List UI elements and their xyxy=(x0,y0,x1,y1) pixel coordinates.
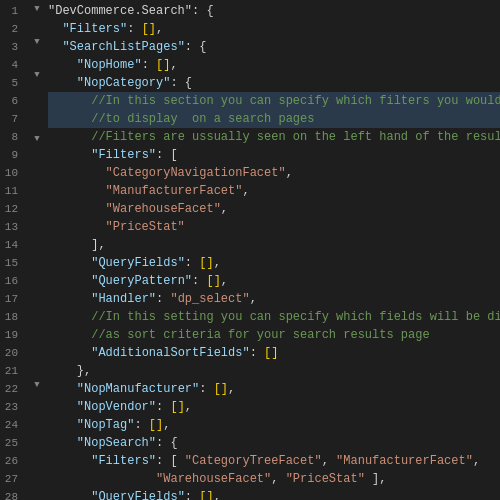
sp-token xyxy=(48,202,106,216)
sp-token xyxy=(48,184,106,198)
key-token: "QueryFields" xyxy=(91,256,185,270)
fold-icon xyxy=(30,315,44,330)
fold-icon xyxy=(30,51,44,66)
sp-token xyxy=(48,166,106,180)
sp-token xyxy=(48,490,91,500)
punct-token: "DevCommerce.Search": { xyxy=(48,4,214,18)
code-line: "SearchListPages": { xyxy=(48,38,500,56)
sp-token xyxy=(48,112,91,126)
code-line: ], xyxy=(48,236,500,254)
fold-icon xyxy=(30,239,44,254)
line-number: 28 xyxy=(0,488,24,500)
comment-token: //as sort criteria for your search resul… xyxy=(91,328,429,342)
line-number: 17 xyxy=(0,290,24,308)
punct-token: }, xyxy=(77,364,91,378)
fold-icon xyxy=(30,485,44,500)
code-editor: 1234567891011121314151617181920212223242… xyxy=(0,0,500,500)
punct-token: : { xyxy=(185,40,207,54)
line-number: 27 xyxy=(0,470,24,488)
punct-token: , xyxy=(250,292,257,306)
fold-icon xyxy=(30,254,44,269)
fold-icon xyxy=(30,409,44,424)
string-token: "CategoryTreeFacet" xyxy=(185,454,322,468)
sp-token xyxy=(48,418,77,432)
punct-token: , xyxy=(214,256,221,270)
line-number: 7 xyxy=(0,110,24,128)
sp-token xyxy=(48,148,91,162)
fold-gutter[interactable]: ▼▼▼▼▼ xyxy=(30,0,44,500)
sp-token xyxy=(48,256,91,270)
line-number: 5 xyxy=(0,74,24,92)
sp-token xyxy=(48,22,62,36)
code-line: "QueryFields": [], xyxy=(48,488,500,500)
punct-token: , xyxy=(228,382,235,396)
sp-token xyxy=(48,274,91,288)
fold-icon xyxy=(30,194,44,209)
punct-token: : { xyxy=(156,436,178,450)
line-number: 23 xyxy=(0,398,24,416)
fold-icon[interactable]: ▼ xyxy=(30,376,44,394)
sp-token xyxy=(48,346,91,360)
line-number: 1 xyxy=(0,2,24,20)
code-line: "Filters": [ "CategoryTreeFacet", "Manuf… xyxy=(48,452,500,470)
fold-icon xyxy=(30,345,44,360)
string-token: "dp_select" xyxy=(170,292,249,306)
punct-token: , xyxy=(221,274,228,288)
bracket-token: [] xyxy=(214,382,228,396)
string-token: "CategoryNavigationFacet" xyxy=(106,166,286,180)
punct-token: ], xyxy=(91,238,105,252)
string-token: "PriceStat" xyxy=(106,220,185,234)
line-number: 14 xyxy=(0,236,24,254)
key-token: "NopTag" xyxy=(77,418,135,432)
key-token: "QueryFields" xyxy=(91,490,185,500)
punct-token: , xyxy=(221,202,228,216)
fold-icon xyxy=(30,100,44,115)
fold-icon xyxy=(30,209,44,224)
bracket-token: [] xyxy=(170,400,184,414)
comment-token: //In this setting you can specify which … xyxy=(91,310,500,324)
fold-icon xyxy=(30,224,44,239)
sp-token xyxy=(48,328,91,342)
fold-icon xyxy=(30,455,44,470)
punct-token: ], xyxy=(365,472,387,486)
punct-token: : [ xyxy=(156,454,185,468)
code-line: "Filters": [], xyxy=(48,20,500,38)
key-token: "NopHome" xyxy=(77,58,142,72)
line-number: 10 xyxy=(0,164,24,182)
sp-token xyxy=(48,454,91,468)
key-token: "NopVendor" xyxy=(77,400,156,414)
code-line: "QueryPattern": [], xyxy=(48,272,500,290)
punct-token: : xyxy=(250,346,264,360)
punct-token: , xyxy=(242,184,249,198)
bracket-token: [] xyxy=(149,418,163,432)
fold-icon[interactable]: ▼ xyxy=(30,33,44,51)
fold-icon xyxy=(30,300,44,315)
comment-token: //to display on a search pages xyxy=(91,112,314,126)
punct-token: , xyxy=(163,418,170,432)
fold-icon xyxy=(30,394,44,409)
key-token: "NopCategory" xyxy=(77,76,171,90)
sp-token xyxy=(48,436,77,450)
line-number: 16 xyxy=(0,272,24,290)
sp-token xyxy=(48,40,62,54)
sp-token xyxy=(48,364,77,378)
punct-token: : xyxy=(134,418,148,432)
fold-icon xyxy=(30,148,44,163)
line-number: 18 xyxy=(0,308,24,326)
code-line: "NopHome": [], xyxy=(48,56,500,74)
fold-icon[interactable]: ▼ xyxy=(30,66,44,84)
fold-icon xyxy=(30,115,44,130)
code-line: //Filters are ussually seen on the left … xyxy=(48,128,500,146)
line-number: 21 xyxy=(0,362,24,380)
fold-icon[interactable]: ▼ xyxy=(30,130,44,148)
key-token: "NopSearch" xyxy=(77,436,156,450)
fold-icon xyxy=(30,470,44,485)
sp-token xyxy=(48,58,77,72)
punct-token: , xyxy=(286,166,293,180)
code-line: "Handler": "dp_select", xyxy=(48,290,500,308)
fold-icon[interactable]: ▼ xyxy=(30,0,44,18)
comment-token: //In this section you can specify which … xyxy=(91,94,500,108)
code-line: "AdditionalSortFields": [] xyxy=(48,344,500,362)
sp-token xyxy=(48,292,91,306)
punct-token: , xyxy=(322,454,336,468)
